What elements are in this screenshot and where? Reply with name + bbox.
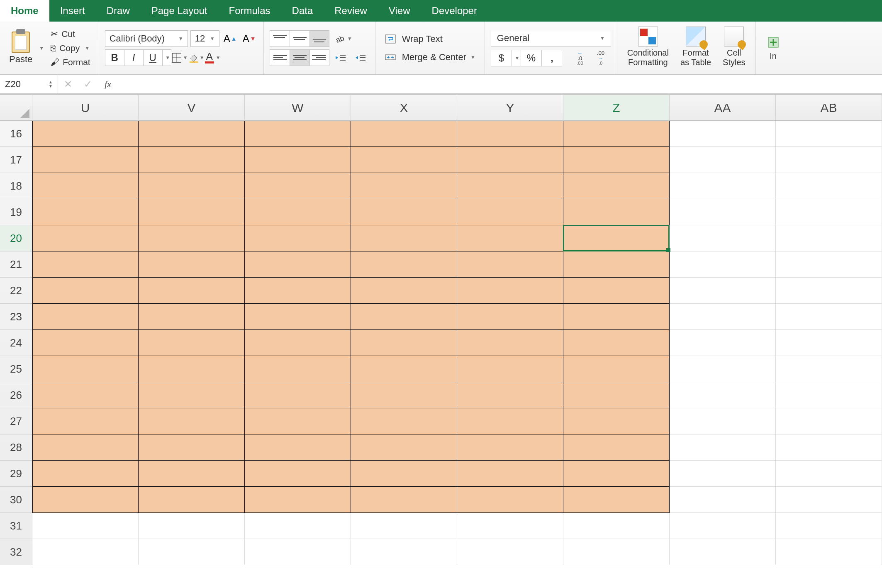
cell-V19[interactable] [139,199,245,225]
column-header-X[interactable]: X [351,95,457,120]
row-header-22[interactable]: 22 [0,278,32,304]
underline-dropdown[interactable]: ▼ [162,49,171,66]
cell-V20[interactable] [139,225,245,251]
cell-Z25[interactable] [563,356,670,382]
cell-Z27[interactable] [563,408,670,434]
cell-Y27[interactable] [457,408,563,434]
column-header-AB[interactable]: AB [776,95,882,120]
tab-page-layout[interactable]: Page Layout [141,0,218,22]
font-color-button[interactable]: A ▼ [205,49,221,66]
cell-Y20[interactable] [457,225,563,251]
cell-Y24[interactable] [457,330,563,356]
select-all-corner[interactable] [0,95,32,121]
cell-Y21[interactable] [457,251,563,278]
increase-font-size-button[interactable]: A▲ [222,30,239,47]
cell-U18[interactable] [32,173,139,199]
accounting-dropdown[interactable]: ▼ [512,50,521,66]
cell-AB21[interactable] [776,251,882,278]
cell-Z31[interactable] [563,513,670,539]
cell-W25[interactable] [245,356,351,382]
bold-button[interactable]: B [105,49,124,66]
cell-Y18[interactable] [457,173,563,199]
copy-dropdown[interactable]: ▼ [85,45,90,51]
cell-Z16[interactable] [563,121,670,147]
cell-U25[interactable] [32,356,139,382]
cell-Y30[interactable] [457,487,563,513]
align-top-button[interactable] [270,30,290,47]
cell-Z28[interactable] [563,434,670,461]
conditional-formatting-button[interactable]: ConditionalFormatting [623,25,673,71]
cell-AB17[interactable] [776,147,882,173]
cell-U16[interactable] [32,121,139,147]
cell-X25[interactable] [351,356,457,382]
cell-U19[interactable] [32,199,139,225]
cell-W27[interactable] [245,408,351,434]
cell-V25[interactable] [139,356,245,382]
column-header-Z[interactable]: Z [563,95,670,120]
cell-U28[interactable] [32,434,139,461]
align-center-button[interactable] [290,49,309,66]
cell-Z21[interactable] [563,251,670,278]
cell-W16[interactable] [245,121,351,147]
tab-data[interactable]: Data [281,0,324,22]
row-header-26[interactable]: 26 [0,382,32,408]
cell-Y25[interactable] [457,356,563,382]
cell-AB30[interactable] [776,487,882,513]
cell-AB27[interactable] [776,408,882,434]
cell-AA27[interactable] [670,408,776,434]
column-header-V[interactable]: V [139,95,245,120]
cell-Z29[interactable] [563,461,670,487]
wrap-text-button[interactable]: Wrap Text [381,32,479,46]
cell-Y19[interactable] [457,199,563,225]
cell-V17[interactable] [139,147,245,173]
cell-Y22[interactable] [457,278,563,304]
row-header-30[interactable]: 30 [0,487,32,513]
cell-X28[interactable] [351,434,457,461]
italic-button[interactable]: I [124,49,143,66]
cell-Z18[interactable] [563,173,670,199]
cell-X23[interactable] [351,304,457,330]
cell-Y23[interactable] [457,304,563,330]
cell-U17[interactable] [32,147,139,173]
cell-X20[interactable] [351,225,457,251]
name-box[interactable]: Z20 ▲▼ [0,75,58,93]
cell-W26[interactable] [245,382,351,408]
cell-AA18[interactable] [670,173,776,199]
tab-draw[interactable]: Draw [96,0,141,22]
cell-Y26[interactable] [457,382,563,408]
decrease-font-size-button[interactable]: A▼ [241,30,258,47]
font-family-select[interactable]: Calibri (Body) ▼ [105,30,188,47]
fill-color-button[interactable]: ▼ [188,49,205,66]
align-bottom-button[interactable] [309,30,329,47]
cell-V29[interactable] [139,461,245,487]
cell-Z23[interactable] [563,304,670,330]
cell-grid[interactable] [32,121,882,565]
cell-AB28[interactable] [776,434,882,461]
cell-V30[interactable] [139,487,245,513]
copy-button[interactable]: ⎘ Copy ▼ [48,42,93,54]
cell-Y31[interactable] [457,513,563,539]
cut-button[interactable]: ✂ Cut [48,28,93,40]
row-header-18[interactable]: 18 [0,173,32,199]
cell-X32[interactable] [351,539,457,565]
cell-AB31[interactable] [776,513,882,539]
cell-AB19[interactable] [776,199,882,225]
cell-V32[interactable] [139,539,245,565]
row-header-17[interactable]: 17 [0,147,32,173]
cell-V28[interactable] [139,434,245,461]
cell-X29[interactable] [351,461,457,487]
tab-review[interactable]: Review [324,0,378,22]
cell-W22[interactable] [245,278,351,304]
cell-AA16[interactable] [670,121,776,147]
cell-V22[interactable] [139,278,245,304]
cell-AA23[interactable] [670,304,776,330]
cell-V26[interactable] [139,382,245,408]
tab-developer[interactable]: Developer [421,0,488,22]
cell-U24[interactable] [32,330,139,356]
cell-AB24[interactable] [776,330,882,356]
cell-Z24[interactable] [563,330,670,356]
tab-view[interactable]: View [378,0,421,22]
cell-X27[interactable] [351,408,457,434]
merge-dropdown[interactable]: ▼ [470,54,475,60]
cell-X17[interactable] [351,147,457,173]
